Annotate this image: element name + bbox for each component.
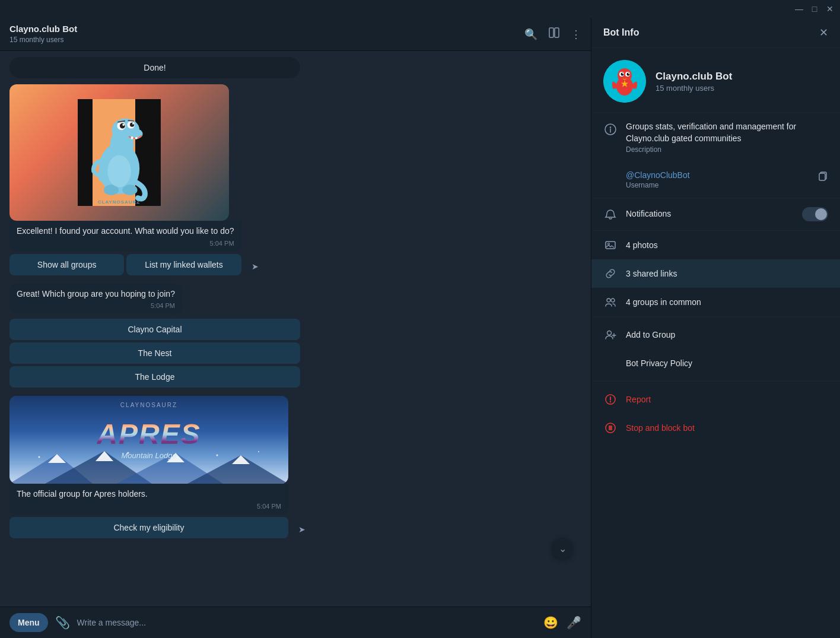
svg-line-18: [128, 120, 133, 121]
privacy-icon: [603, 356, 618, 370]
group-choice-bubble: Great! Which group are you hoping to joi…: [9, 284, 182, 315]
svg-rect-9: [131, 137, 133, 139]
info-circle-icon: [603, 122, 618, 137]
panel-header: Bot Info ✕: [591, 18, 840, 48]
shared-links-row[interactable]: 3 shared links: [591, 259, 840, 288]
chat-header-icons: 🔍 ⋮: [524, 27, 581, 42]
mic-icon[interactable]: 🎤: [567, 615, 581, 630]
chat-area: Clayno.club Bot 15 monthly users 🔍 ⋮: [0, 18, 591, 638]
groups-common-text: 4 groups in common: [626, 297, 701, 307]
apres-image-inner: CLAYNOSAURZ APRES Mountain Lodge: [9, 396, 288, 484]
stop-block-text: Stop and block bot: [626, 423, 695, 433]
dino-svg: CLAYNOSAURZ: [78, 99, 161, 206]
apres-title: APRES: [97, 420, 201, 449]
svg-text:CLAYNOSAURZ: CLAYNOSAURZ: [98, 199, 140, 205]
done-label: Done!: [144, 63, 166, 72]
description-text: Groups stats, verification and managemen…: [626, 121, 828, 144]
photos-icon: [603, 238, 618, 252]
input-area: Menu 📎 😀 🎤: [0, 607, 591, 638]
chat-header-info: Clayno.club Bot 15 monthly users: [9, 24, 77, 45]
svg-point-43: [628, 73, 629, 74]
dino-image-container: CLAYNOSAURZ Excellent! I found your acco…: [9, 84, 306, 275]
bot-avatar-svg: [603, 60, 646, 103]
actions-section: Add to Group Bot Privacy Policy: [591, 316, 840, 381]
stop-block-row[interactable]: Stop and block bot: [591, 414, 840, 442]
the-lodge-button[interactable]: The Lodge: [9, 366, 300, 388]
username-icon: [603, 172, 618, 186]
menu-label: Menu: [18, 618, 40, 627]
svg-point-52: [607, 299, 610, 302]
copy-username-icon[interactable]: [817, 170, 828, 183]
svg-rect-1: [555, 28, 559, 37]
done-button-container: Done!: [9, 57, 300, 78]
input-right-icons: 😀 🎤: [543, 615, 581, 630]
bot-profile-users: 15 monthly users: [656, 84, 732, 93]
apres-msg-text: The official group for Apres holders.: [17, 488, 281, 500]
svg-rect-3: [78, 99, 93, 206]
panel-close-button[interactable]: ✕: [819, 26, 828, 39]
add-to-group-row[interactable]: Add to Group: [591, 320, 840, 349]
done-button[interactable]: Done!: [9, 57, 300, 78]
svg-point-59: [610, 401, 611, 402]
username-text: @ClaynoClubBot: [626, 170, 690, 180]
forward-button-2[interactable]: ➤: [293, 520, 311, 538]
more-options-icon[interactable]: ⋮: [571, 28, 581, 41]
description-label: Description: [626, 145, 828, 154]
svg-rect-0: [549, 28, 553, 37]
minimize-button[interactable]: —: [795, 5, 803, 13]
check-eligibility-button[interactable]: Check my eligibility: [9, 517, 288, 538]
username-content: @ClaynoClubBot Username: [626, 170, 690, 189]
apres-subtitle: Mountain Lodge: [97, 451, 201, 460]
show-all-groups-button[interactable]: Show all groups: [9, 254, 124, 275]
svg-point-12: [120, 123, 125, 129]
privacy-policy-row[interactable]: Bot Privacy Policy: [591, 349, 840, 377]
svg-point-54: [607, 331, 612, 335]
report-text: Report: [626, 395, 651, 404]
svg-point-33: [217, 455, 218, 456]
forward-button-1[interactable]: ➤: [246, 258, 264, 275]
notifications-toggle[interactable]: [802, 207, 828, 221]
groups-common-row[interactable]: 4 groups in common: [591, 288, 840, 316]
attach-button[interactable]: 📎: [55, 615, 70, 630]
emoji-icon[interactable]: 😀: [543, 615, 558, 630]
scroll-down-button[interactable]: ⌄: [552, 538, 573, 559]
apres-msg-time: 5:04 PM: [17, 503, 281, 510]
view-toggle-icon[interactable]: [548, 27, 560, 42]
toggle-knob: [815, 208, 827, 220]
menu-button[interactable]: Menu: [9, 613, 48, 632]
account-msg-bubble: Excellent! I found your account. What wo…: [9, 221, 241, 252]
svg-point-51: [608, 243, 610, 245]
svg-point-16: [132, 123, 134, 125]
bot-profile-info: Clayno.club Bot 15 monthly users: [656, 71, 732, 93]
stats-section: 4 photos 3 shared links: [591, 231, 840, 316]
description-row: Groups stats, verification and managemen…: [591, 113, 840, 162]
search-icon[interactable]: 🔍: [524, 28, 537, 41]
messages-wrapper: Done!: [0, 51, 591, 607]
photos-row[interactable]: 4 photos: [591, 231, 840, 259]
svg-point-46: [610, 126, 611, 128]
svg-point-31: [39, 456, 40, 458]
username-row: @ClaynoClubBot Username: [591, 162, 840, 198]
group-choice-text: Great! Which group are you hoping to joi…: [17, 288, 175, 300]
close-button[interactable]: ✕: [826, 5, 834, 13]
bot-profile-name: Clayno.club Bot: [656, 71, 732, 82]
stop-icon: [603, 421, 618, 435]
svg-point-41: [627, 73, 630, 76]
list-linked-wallets-button[interactable]: List my linked wallets: [126, 254, 241, 275]
notifications-label: Notifications: [626, 208, 671, 220]
report-row[interactable]: Report: [591, 385, 840, 414]
svg-point-53: [611, 299, 615, 302]
links-icon: [603, 266, 618, 281]
svg-rect-49: [819, 173, 825, 180]
group-buttons-container: Clayno Capital The Nest The Lodge: [9, 316, 300, 388]
maximize-button[interactable]: □: [810, 5, 819, 13]
bot-avatar: [603, 60, 646, 103]
bot-info-panel: Bot Info ✕: [591, 18, 840, 638]
svg-point-42: [622, 73, 623, 74]
svg-rect-61: [609, 426, 612, 430]
notifications-row: Notifications: [591, 198, 840, 231]
the-nest-button[interactable]: The Nest: [9, 342, 300, 364]
dino-image-inner: CLAYNOSAURZ: [9, 84, 229, 221]
message-input[interactable]: [77, 618, 536, 627]
clayno-capital-button[interactable]: Clayno Capital: [9, 319, 300, 340]
